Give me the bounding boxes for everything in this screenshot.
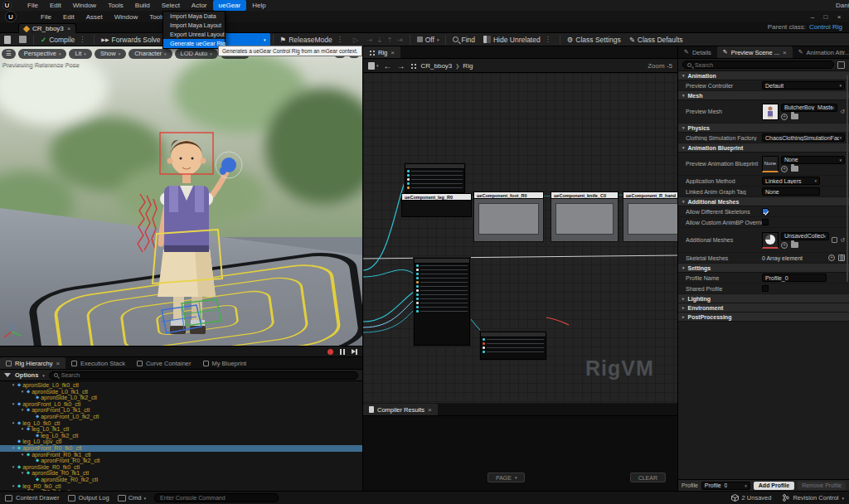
allow-custom-animbp-checkbox[interactable] [762, 219, 769, 225]
additional-meshes-dropdown[interactable]: UnsavedCollection▾ [781, 232, 829, 240]
profile-dropdown[interactable]: Profile_0▾ [701, 482, 750, 490]
output-log-button[interactable]: Output Log [68, 494, 109, 502]
graph-canvas[interactable]: ueComponent_leg_R0 ueComponent_foot_R0 u… [363, 73, 678, 403]
trash-icon[interactable]: 🗑 [838, 254, 845, 261]
tree-item[interactable]: ▾ ⬥ leg_L0_fk1_ctl [0, 426, 362, 433]
find-button[interactable]: Find [449, 33, 479, 46]
details-tab[interactable]: ✎ Details [678, 46, 717, 58]
asset-tab-cr-bboy3[interactable]: CR_bboy3 × [18, 23, 76, 33]
hide-unrelated-button[interactable]: Hide Unrelated⋮ [479, 33, 557, 46]
viewport-menu-button[interactable]: ☰ [2, 49, 16, 59]
section-environment[interactable]: ▸Environment [678, 303, 849, 313]
execution-mode-dropdown[interactable]: Off▾ [413, 33, 444, 46]
menu-item[interactable]: Build [129, 0, 156, 11]
pause-icon[interactable] [340, 349, 345, 355]
expander-icon[interactable]: ▾ [11, 420, 16, 427]
details-search-input[interactable] [695, 62, 829, 68]
menu-item[interactable]: File [35, 12, 57, 22]
section-mesh[interactable]: ▾Mesh [678, 91, 849, 100]
parent-class-link[interactable]: Control Rig [809, 23, 842, 31]
class-defaults-button[interactable]: ✎ Class Defaults [625, 33, 687, 46]
menu-item[interactable]: Window [67, 0, 102, 11]
menu-item[interactable]: Tools [102, 0, 129, 11]
expander-icon[interactable]: ▾ [11, 464, 16, 471]
details-tab[interactable]: ✎ Animation Attr... [793, 46, 849, 58]
content-drawer-button[interactable]: Content Drawer [5, 494, 60, 502]
unsaved-button[interactable]: 2 Unsaved [731, 494, 772, 502]
class-settings-button[interactable]: ⚙ Class Settings [563, 33, 625, 46]
menu-item[interactable]: Select [156, 0, 186, 11]
menu-item[interactable]: Asset [80, 12, 109, 22]
compiler-results-tab[interactable]: Compiler Results × [363, 404, 438, 415]
expander-icon[interactable]: ▾ [20, 452, 25, 458]
section-settings[interactable]: ▾Settings [678, 264, 849, 273]
add-element-icon[interactable]: + [828, 254, 835, 261]
asset-tab-close-icon[interactable]: × [67, 25, 71, 32]
reset-icon[interactable]: ↺ [840, 237, 845, 244]
section-animation-blueprint[interactable]: ▾Animation Blueprint [678, 143, 849, 153]
options-dropdown[interactable]: Options [15, 371, 38, 379]
section-postprocessing[interactable]: ▸PostProcessing [678, 313, 849, 322]
tree-item[interactable]: ⬥ apronFront_L0_fk2_ctl [0, 414, 362, 420]
panel-tab[interactable]: My Blueprint [197, 357, 253, 369]
shared-profile-checkbox[interactable] [762, 285, 769, 292]
expander-icon[interactable]: ▾ [11, 483, 16, 490]
tree-item[interactable]: ▾ ⬥ leg_L0_fk0_ctl [0, 420, 362, 427]
use-selected-icon[interactable]: + [781, 166, 788, 172]
cmd-dropdown[interactable]: Cmd▾ [118, 494, 146, 502]
revision-control-button[interactable]: Revision Control▾ [783, 494, 844, 502]
clear-button[interactable]: CLEAR [630, 472, 666, 482]
animbp-thumbnail[interactable]: None [762, 156, 779, 172]
character-dropdown[interactable]: Character▾ [129, 49, 172, 59]
tree-item[interactable]: ▾ ⬥ apronFront_R0_fk0_ctl [0, 445, 362, 452]
library-icon[interactable] [368, 62, 375, 70]
linked-anim-tag-input[interactable]: None [762, 187, 820, 196]
section-lighting[interactable]: ▸Lighting [678, 294, 849, 303]
preview-mesh-thumbnail[interactable] [762, 104, 779, 120]
save-collection-icon[interactable] [832, 237, 837, 243]
console-input[interactable] [160, 495, 273, 501]
close-button[interactable]: × [832, 12, 846, 22]
compile-button[interactable]: ✓ Compile⋮ [36, 33, 91, 46]
tab-close-icon[interactable]: × [56, 360, 60, 367]
expander-icon[interactable]: ▾ [11, 401, 16, 408]
expander-icon[interactable]: ▾ [20, 389, 25, 395]
expander-icon[interactable]: ▾ [11, 382, 16, 389]
collapsed-node[interactable] [405, 163, 465, 193]
menu-item[interactable]: Window [109, 12, 143, 22]
uegear-menu-item[interactable]: Export Unreal Layout [163, 30, 225, 39]
browse-button[interactable] [15, 33, 31, 46]
preview-controller-dropdown[interactable]: Default▾ [762, 81, 845, 90]
tree-item[interactable]: ⬥ leg_L0_upv_ctl [0, 439, 362, 445]
settings-grid-icon[interactable] [837, 61, 845, 69]
details-tab[interactable]: ✎ Preview Scene ... × [717, 46, 793, 58]
tree-item[interactable]: ⬥ apronFront_R0_fk2_ctl [0, 458, 362, 464]
tree-item[interactable]: ⬥ apronSide_L0_fk2_ctl [0, 395, 362, 401]
uegear-menu-item[interactable]: Generate ueGear Rig [163, 39, 225, 48]
menu-item[interactable]: File [22, 0, 44, 11]
menu-item[interactable]: Edit [57, 12, 80, 22]
menu-item[interactable]: ueGear [213, 0, 247, 11]
tree-item[interactable]: ▾ ⬥ apronFront_R0_fk1_ctl [0, 452, 362, 458]
lod-dropdown[interactable]: LOD Auto▾ [175, 49, 218, 59]
show-dropdown[interactable]: Show▾ [95, 49, 126, 59]
tab-close-icon[interactable]: × [428, 406, 432, 414]
debug-pointer-button[interactable]: ▷ [349, 33, 363, 46]
details-search[interactable] [682, 61, 834, 69]
application-method-dropdown[interactable]: Linked Layers▾ [762, 177, 820, 185]
graph-node[interactable]: ueComponent_leg_R0 [401, 193, 472, 217]
tree-item[interactable]: ▾ ⬥ apronSide_R0_fk0_ctl [0, 464, 362, 471]
breadcrumb[interactable]: CR_bboy3 ❯ Rig [421, 62, 473, 70]
tree-item[interactable]: ⬥ leg_L0_fk2_ctl [0, 433, 362, 439]
tree-item[interactable]: ▾ ⬥ apronFront_L0_fk1_ctl [0, 407, 362, 414]
panel-tab[interactable]: Execution Stack [65, 357, 131, 369]
section-additional-meshes[interactable]: ▾Additional Meshes [678, 197, 849, 206]
menu-item[interactable]: Edit [44, 0, 67, 11]
hierarchy-search-input[interactable] [61, 372, 353, 378]
graph-node[interactable]: ueComponent_R_hand_mes_C0 [623, 191, 678, 242]
record-icon[interactable] [327, 349, 333, 355]
save-button[interactable] [0, 33, 15, 46]
release-mode-button[interactable]: ⚑ ReleaseMode⋮ [276, 33, 349, 46]
tree-item[interactable]: ▾ ⬥ leg_R0_fk0_ctl [0, 483, 362, 490]
reset-icon[interactable]: ↺ [840, 109, 845, 115]
